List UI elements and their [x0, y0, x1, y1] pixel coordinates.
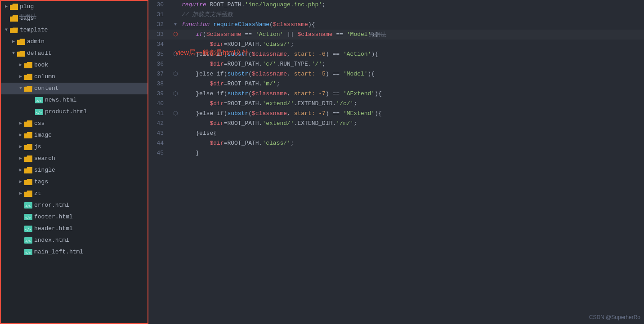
index-html-file-icon: </>	[24, 237, 32, 244]
sidebar-item-zt[interactable]: ▶ zt	[1, 188, 148, 200]
svg-text:</>: </>	[25, 251, 31, 255]
gutter-41: ⬡	[171, 109, 180, 119]
column-arrow: ▶	[17, 72, 24, 82]
code-line-33: 33 ⬡ if($classname == 'Action' || $class…	[148, 30, 644, 40]
column-folder-icon	[24, 74, 32, 80]
code-line-34: 34 $dir=ROOT_PATH.'class/';	[148, 40, 644, 49]
sidebar-item-index-html[interactable]: ▶ </> index.html	[1, 235, 148, 246]
plug-label: plug	[20, 2, 34, 12]
content-label: content	[34, 84, 59, 93]
gutter-38	[171, 79, 180, 89]
sidebar-item-news-html[interactable]: ▶ </> news.html	[1, 94, 148, 106]
template-arrow: ▼	[3, 25, 10, 35]
gutter-37: ⬡	[171, 69, 180, 79]
code-line-35: 35 ⬡ }else if(substr($classname, start: …	[148, 49, 644, 59]
error-html-file-icon: </>	[24, 202, 32, 209]
gutter-35: ⬡	[171, 49, 180, 59]
plug-folder-icon	[10, 4, 18, 10]
line-num-35: 35	[148, 49, 171, 59]
default-label: default	[27, 49, 52, 58]
svg-text:</>: </>	[36, 99, 42, 103]
code-content-32: function requireClassName($classname){	[180, 20, 644, 30]
gutter-36	[171, 59, 180, 69]
code-content-38: $dir=ROOT_PATH.'m/';	[180, 79, 644, 89]
sidebar-item-default[interactable]: ▼ default	[1, 48, 148, 59]
sidebar-item-product-html[interactable]: ▶ </> product.html	[1, 106, 148, 118]
tags-inner-label: tags	[34, 177, 48, 187]
code-line-39: 39 ⬡ }else if(substr($classname, start: …	[148, 89, 644, 99]
sidebar-item-admin[interactable]: ▶ admin	[1, 36, 148, 48]
plug-arrow: ▶	[3, 2, 10, 12]
code-content-44: $dir=ROOT_PATH.'class/';	[180, 138, 644, 148]
footer-html-file-icon: </>	[24, 214, 32, 220]
sidebar-item-plug[interactable]: ▶ plug	[1, 1, 148, 13]
single-label: single	[34, 165, 55, 175]
column-label: column	[34, 72, 55, 82]
code-content-45: }	[180, 148, 644, 158]
news-html-label: news.html	[45, 95, 76, 105]
sidebar-item-tags-top[interactable]: ▶ tags	[1, 13, 148, 24]
sidebar-item-image[interactable]: ▶ image	[1, 129, 148, 141]
gutter-44	[171, 138, 180, 148]
code-line-40: 40 $dir=ROOT_PATH.'extend/'.EXTEND_DIR.'…	[148, 99, 644, 109]
code-content-40: $dir=ROOT_PATH.'extend/'.EXTEND_DIR.'/c/…	[180, 99, 644, 109]
sidebar-item-template[interactable]: ▼ template	[1, 24, 148, 36]
svg-text:</>: </>	[25, 204, 31, 208]
search-folder-icon	[24, 155, 32, 162]
sidebar-item-footer-html[interactable]: ▶ </> footer.html	[1, 211, 148, 223]
code-content-35: }else if(substr($classname, start: -6) =…	[180, 49, 644, 59]
search-arrow: ▶	[17, 154, 24, 164]
image-arrow: ▶	[17, 130, 24, 140]
zt-label: zt	[34, 189, 41, 199]
code-content-43: }else{	[180, 129, 644, 138]
tags-inner-arrow: ▶	[17, 177, 24, 187]
svg-text:</>: </>	[25, 216, 31, 220]
code-line-38: 38 $dir=ROOT_PATH.'m/';	[148, 79, 644, 89]
tags-inner-folder-icon	[24, 179, 32, 185]
sidebar-item-tags-inner[interactable]: ▶ tags	[1, 176, 148, 188]
file-tree-sidebar[interactable]: ▶ plug ▶ tags ▼ template 无用法 view层一般都是ht…	[0, 0, 148, 324]
main-left-html-file-icon: </>	[24, 249, 32, 255]
gutter-33: ⬡	[171, 30, 180, 40]
zt-folder-icon	[24, 191, 32, 197]
sidebar-item-main-left-html[interactable]: ▶ </> main_left.html	[1, 246, 148, 258]
single-folder-icon	[24, 167, 32, 173]
footer-html-label: footer.html	[34, 212, 73, 222]
sidebar-item-book[interactable]: ▶ book	[1, 59, 148, 71]
css-folder-icon	[24, 120, 32, 127]
line-num-32: 32	[148, 20, 171, 30]
line-num-45: 45	[148, 148, 171, 158]
line-num-40: 40	[148, 99, 171, 109]
gutter-34	[171, 40, 180, 49]
sidebar-item-header-html[interactable]: ▶ </> header.html	[1, 223, 148, 235]
sidebar-item-css[interactable]: ▶ css	[1, 118, 148, 129]
code-line-42: 42 $dir=ROOT_PATH.'extend/'.EXTEND_DIR.'…	[148, 119, 644, 129]
code-scroll-area[interactable]: 30 require ROOT_PATH.'inc/language.inc.p…	[148, 0, 644, 324]
gutter-30	[171, 0, 180, 10]
csdn-watermark: CSDN @SuperherRo	[589, 314, 640, 320]
svg-text:</>: </>	[25, 228, 31, 231]
admin-arrow: ▶	[10, 37, 17, 47]
sidebar-item-js[interactable]: ▶ js	[1, 141, 148, 153]
code-content-36: $dir=ROOT_PATH.'c/'.RUN_TYPE.'/';	[180, 59, 644, 69]
code-line-43: 43 }else{	[148, 129, 644, 138]
line-num-31: 31	[148, 10, 171, 20]
line-num-33: 33	[148, 30, 171, 40]
sidebar-item-search[interactable]: ▶ search	[1, 153, 148, 164]
code-line-37: 37 ⬡ }else if(substr($classname, start: …	[148, 69, 644, 79]
sidebar-item-single[interactable]: ▶ single	[1, 164, 148, 176]
sidebar-item-error-html[interactable]: ▶ </> error.html	[1, 200, 148, 211]
sidebar-item-content[interactable]: ▼ content	[1, 83, 148, 94]
gutter-31	[171, 10, 180, 20]
news-html-file-icon: </>	[35, 97, 43, 103]
gutter-40	[171, 99, 180, 109]
single-arrow: ▶	[17, 165, 24, 175]
admin-label: admin	[27, 37, 45, 47]
sidebar-item-column[interactable]: ▶ column	[1, 71, 148, 83]
js-label: js	[34, 142, 41, 152]
tags-top-label: tags	[20, 13, 34, 23]
code-content-33: if($classname == 'Action' || $classname …	[180, 30, 644, 40]
gutter-32: ▼	[171, 20, 180, 30]
zt-arrow: ▶	[17, 189, 24, 199]
code-line-30: 30 require ROOT_PATH.'inc/language.inc.p…	[148, 0, 644, 10]
